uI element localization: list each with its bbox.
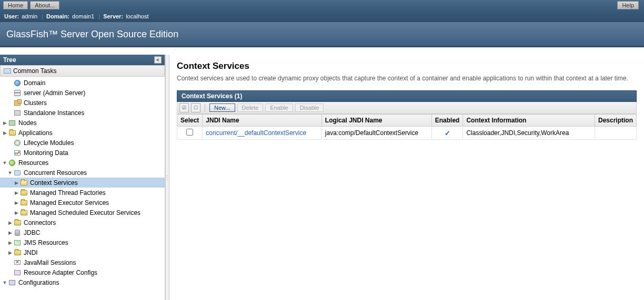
tree-label: Managed Scheduled Executor Services (30, 209, 140, 216)
delete-button[interactable]: Delete (237, 104, 264, 112)
common-tasks-link[interactable]: Common Tasks (0, 65, 165, 77)
expand-icon[interactable]: ▶ (14, 210, 19, 215)
enable-button[interactable]: Enable (265, 104, 293, 112)
select-all-button[interactable]: ☑ (179, 103, 189, 112)
tree-label: Applications (18, 129, 53, 137)
home-button[interactable]: Home (3, 1, 28, 9)
tree-node-mtf[interactable]: ▶ Managed Thread Factories (0, 188, 165, 198)
sidebar-splitter[interactable] (165, 55, 169, 300)
server-icon (14, 90, 21, 96)
tree-label: Monitoring Data (24, 149, 68, 157)
expand-icon[interactable]: ▶ (14, 190, 19, 195)
tree-header-label: Tree (3, 56, 16, 64)
tree-node-rac[interactable]: Resource Adapter Configs (0, 267, 165, 277)
cluster-icon (14, 100, 21, 106)
session-info-bar: User: admin | Domain: domain1 | Server: … (0, 11, 644, 22)
common-tasks-label: Common Tasks (13, 67, 56, 75)
folder-icon (14, 250, 21, 255)
tree-node-javamail[interactable]: JavaMail Sessions (0, 257, 165, 267)
col-select: Select (177, 115, 203, 127)
tree-node-standalone[interactable]: Standalone Instances (0, 108, 165, 118)
expand-icon[interactable]: ▶ (7, 250, 13, 255)
tree-label: Nodes (18, 119, 37, 127)
expand-icon[interactable]: ▶ (14, 200, 19, 205)
main-content: Context Services Context services are us… (169, 55, 644, 300)
tree-node-configurations[interactable]: ▼ Configurations (0, 277, 165, 287)
jms-icon (14, 240, 21, 245)
tree-node-jdbc[interactable]: ▶ JDBC (0, 227, 165, 237)
tree-label: JDBC (24, 229, 40, 236)
jndi-name-link[interactable]: concurrent/__defaultContextService (206, 129, 306, 137)
deselect-all-button[interactable]: ☐ (191, 103, 200, 112)
collapse-icon[interactable]: ▼ (7, 170, 13, 175)
expand-icon[interactable]: ▶ (7, 220, 13, 225)
expand-icon[interactable]: ▶ (2, 130, 7, 136)
domain-value: domain1 (72, 13, 94, 19)
server-label: Server: (103, 13, 123, 19)
tree-label: server (Admin Server) (24, 89, 85, 97)
help-button[interactable]: Help (617, 1, 639, 9)
expand-icon[interactable]: ▶ (7, 240, 13, 245)
tree-node-context-services[interactable]: ▶ Context Services (0, 178, 165, 188)
tree-node-concurrent[interactable]: ▼ Concurrent Resources (0, 168, 165, 178)
tree-node-connectors[interactable]: ▶ Connectors (0, 218, 165, 227)
tree-node-domain[interactable]: Domain (0, 78, 165, 88)
table-toolbar: ☑ ☐ New... Delete Enable Disable (177, 102, 637, 114)
expand-icon[interactable]: ▶ (14, 180, 19, 185)
about-button[interactable]: About... (30, 1, 59, 9)
tree-label: Clusters (24, 99, 47, 107)
adapter-icon (14, 270, 21, 275)
tree-label: Managed Thread Factories (30, 189, 106, 196)
col-jndi[interactable]: JNDI Name (203, 115, 321, 127)
folder-icon (14, 220, 21, 225)
expand-icon[interactable]: ▶ (2, 120, 7, 126)
col-description[interactable]: Description (595, 115, 636, 127)
tree-node-clusters[interactable]: Clusters (0, 98, 165, 108)
tree-node-resources[interactable]: ▼ Resources (0, 158, 165, 168)
product-banner: GlassFish™ Server Open Source Edition (0, 22, 644, 47)
user-value: admin (22, 13, 37, 19)
gear-icon (14, 140, 21, 146)
tree-header: Tree < (0, 55, 165, 65)
globe-icon (14, 80, 21, 86)
logical-jndi-cell: java:comp/DefaultContextService (321, 127, 431, 140)
tree-node-mes[interactable]: ▶ Managed Executor Services (0, 198, 165, 208)
collapse-icon[interactable]: ▼ (2, 160, 7, 165)
instance-icon (14, 110, 21, 116)
tree-node-admin-server[interactable]: server (Admin Server) (0, 88, 165, 98)
context-services-table: Select JNDI Name Logical JNDI Name Enabl… (177, 114, 637, 140)
folder-open-icon (21, 180, 27, 185)
row-select-checkbox[interactable] (186, 129, 193, 136)
tree-label: Lifecycle Modules (24, 139, 74, 147)
tree-node-nodes[interactable]: ▶ Nodes (0, 118, 165, 128)
disable-button[interactable]: Disable (295, 104, 324, 112)
server-value: localhost (126, 13, 148, 19)
tree-node-applications[interactable]: ▶ Applications (0, 128, 165, 138)
tree-label: Managed Executor Services (30, 199, 109, 206)
tree-label: Configurations (18, 279, 59, 286)
col-context[interactable]: Context Information (463, 115, 595, 127)
collapse-icon[interactable]: ▼ (2, 280, 7, 285)
chart-icon (14, 150, 21, 156)
domain-label: Domain: (46, 13, 69, 19)
tree-node-mses[interactable]: ▶ Managed Scheduled Executor Services (0, 208, 165, 218)
tree-node-monitoring[interactable]: Monitoring Data (0, 148, 165, 158)
col-logical[interactable]: Logical JNDI Name (321, 115, 431, 127)
new-button[interactable]: New... (209, 104, 235, 112)
toolbar-separator (205, 104, 205, 112)
top-menu-bar: Home About... Help (0, 0, 644, 11)
tree-node-jndi[interactable]: ▶ JNDI (0, 247, 165, 257)
nodes-icon (9, 120, 15, 126)
table-panel-header: Context Services (1) (177, 90, 637, 102)
tree-label: Standalone Instances (24, 109, 84, 117)
config-icon (9, 280, 15, 285)
folder-icon (21, 200, 27, 205)
tree-node-lifecycle[interactable]: Lifecycle Modules (0, 138, 165, 148)
navigation-tree: Domain server (Admin Server) Clusters St… (0, 77, 165, 300)
page-description: Context services are used to create dyna… (177, 75, 637, 82)
tree-node-jms[interactable]: ▶ JMS Resources (0, 237, 165, 247)
col-enabled[interactable]: Enabled (431, 115, 463, 127)
enabled-check-icon: ✓ (445, 129, 450, 137)
expand-icon[interactable]: ▶ (7, 230, 13, 235)
collapse-sidebar-button[interactable]: < (154, 56, 162, 64)
